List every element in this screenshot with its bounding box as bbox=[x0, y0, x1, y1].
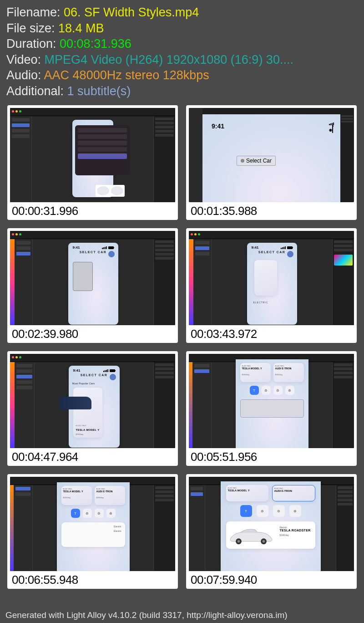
thumbnail-cell[interactable]: 9:41 ◉ Select Car 00:01:35.988 bbox=[186, 105, 357, 220]
timestamp: 00:03:43.972 bbox=[186, 325, 357, 343]
timestamp: 00:00:31.996 bbox=[7, 202, 178, 220]
timestamp: 00:07:59.940 bbox=[186, 571, 357, 589]
thumbnail-image: 9:41 SELECT CAR ELECTRIC bbox=[189, 231, 354, 325]
video-label: Video: bbox=[6, 53, 45, 66]
thumbnail-image: ELECTRIC TESLA MODEL Y $190/day ELECTRIC… bbox=[189, 354, 354, 448]
thumbnail-image bbox=[10, 108, 175, 202]
filesize-label: File size: bbox=[6, 21, 58, 35]
electric-label: ELECTRIC bbox=[253, 301, 268, 304]
additional-value: 1 subtitle(s) bbox=[67, 84, 131, 98]
thumbnail-cell[interactable]: 9:41 SELECT CAR 00:02:39.980 bbox=[7, 228, 178, 343]
status-icons: ◉ bbox=[329, 123, 334, 133]
video-value: MPEG4 Video (H264) 1920x1080 (16:9) 30..… bbox=[45, 53, 293, 66]
audio-label: Audio: bbox=[6, 68, 44, 82]
thumbnail-cell[interactable]: ELECTRIC TESLA MODEL Y $190/day ELECTRIC… bbox=[7, 474, 178, 589]
filename-value: 06. SF Width Styles.mp4 bbox=[64, 5, 199, 19]
thumbnail-image: 9:41 SELECT CAR Most Popular Cars ELECTR… bbox=[10, 354, 175, 448]
thumbnail-image: ELECTRIC TESLA MODEL Y $190/day ELECTRIC… bbox=[10, 477, 175, 571]
timestamp: 00:02:39.980 bbox=[7, 325, 178, 343]
brand-mercedes-icon: ⊕ bbox=[285, 386, 294, 395]
car-roadster-icon bbox=[226, 525, 276, 546]
placeholder-rect bbox=[73, 262, 93, 291]
thumbnail-image: 9:41 SELECT CAR bbox=[10, 231, 175, 325]
additional-label: Additional: bbox=[6, 84, 67, 98]
timestamp: 00:05:51.956 bbox=[186, 448, 357, 466]
audio-value: AAC 48000Hz stereo 128kbps bbox=[44, 68, 209, 82]
filename-label: Filename: bbox=[6, 5, 64, 19]
avatar-icon bbox=[108, 251, 115, 257]
timestamp: 00:06:55.948 bbox=[7, 571, 178, 589]
thumbnail-cell[interactable]: ELECTRIC TESLA MODEL Y ELECTRIC AUDI E-T… bbox=[186, 474, 357, 589]
thumbnail-image: 9:41 ◉ Select Car bbox=[189, 108, 354, 202]
svg-point-1 bbox=[237, 540, 240, 543]
timestamp: 00:01:35.988 bbox=[186, 202, 357, 220]
file-metadata: Filename: 06. SF Width Styles.mp4 File s… bbox=[0, 0, 364, 102]
status-time: 9:41 bbox=[212, 123, 224, 133]
duration-value: 00:08:31.936 bbox=[60, 37, 131, 51]
thumbnail-cell[interactable]: 9:41 SELECT CAR Most Popular Cars ELECTR… bbox=[7, 351, 178, 466]
timestamp: 00:04:47.964 bbox=[7, 448, 178, 466]
thumbnail-cell[interactable]: 00:00:31.996 bbox=[7, 105, 178, 220]
brand-audi-icon: ⊚ bbox=[262, 386, 271, 395]
thumbnail-cell[interactable]: ELECTRIC TESLA MODEL Y $190/day ELECTRIC… bbox=[186, 351, 357, 466]
svg-point-3 bbox=[262, 540, 265, 543]
car-silhouette-icon bbox=[60, 397, 91, 409]
select-car-button: Select Car bbox=[237, 156, 276, 166]
duration-label: Duration: bbox=[6, 37, 60, 51]
filesize-value: 18.4 MB bbox=[58, 21, 104, 35]
thumbnail-image: ELECTRIC TESLA MODEL Y ELECTRIC AUDI E-T… bbox=[189, 477, 354, 571]
brand-tesla-icon: T bbox=[250, 386, 259, 395]
generator-footer: Generated with Light Alloy v4.10.2 (buil… bbox=[5, 610, 288, 620]
brand-bmw-icon: ⊛ bbox=[273, 386, 283, 395]
thumbnail-grid: 00:00:31.996 9:41 ◉ Select Car 00:01:35.… bbox=[0, 102, 364, 589]
thumbnail-cell[interactable]: 9:41 SELECT CAR ELECTRIC 00:03:43.972 bbox=[186, 228, 357, 343]
